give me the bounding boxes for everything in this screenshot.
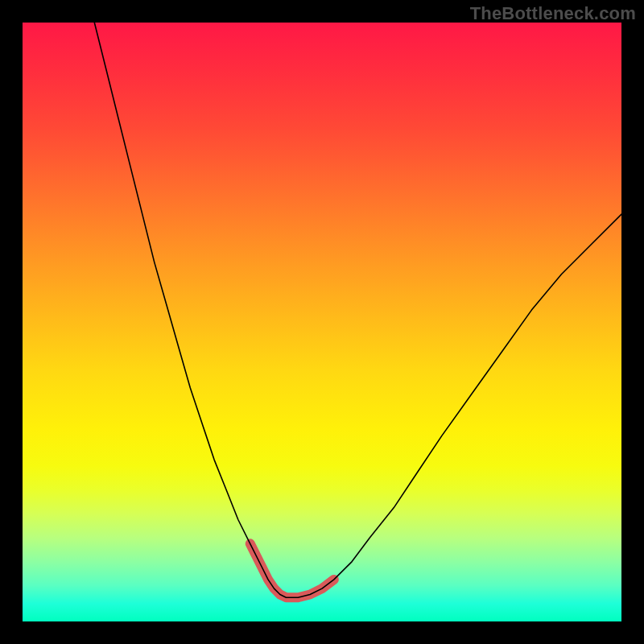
bottleneck-curve <box>94 23 621 597</box>
watermark-label: TheBottleneck.com <box>470 3 636 24</box>
plot-svg <box>23 23 621 621</box>
chart-frame: TheBottleneck.com <box>0 0 644 644</box>
bottleneck-plot <box>23 23 621 621</box>
